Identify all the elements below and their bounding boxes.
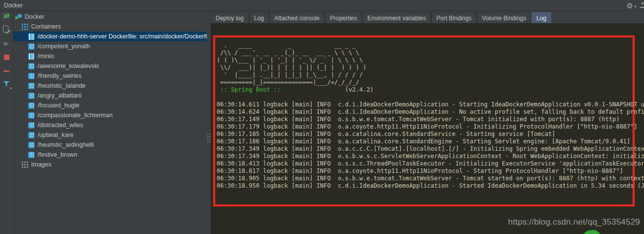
tree-item-label: /focused_hugle: [38, 102, 79, 109]
log-output-area[interactable]: . ____ _ __ _ _ /\\ / ___'_ __ _ _(_)_ _…: [211, 23, 644, 234]
container-item[interactable]: /festive_brown: [13, 150, 207, 160]
tree-item-label: /friendly_swirles: [38, 72, 81, 79]
container-item[interactable]: /competent_yonath: [13, 41, 207, 51]
container-item[interactable]: /focused_hugle: [13, 100, 207, 110]
chevron-down-icon[interactable]: ▼: [634, 5, 637, 8]
container-item[interactable]: /angry_albattani: [13, 91, 207, 100]
run-icon[interactable]: ▶: [2, 39, 11, 48]
redeploy-icon[interactable]: [2, 25, 11, 34]
container-item[interactable]: /minio: [13, 51, 207, 61]
filter-icon[interactable]: [2, 80, 11, 89]
container-stopped-icon: [28, 93, 35, 99]
containers-group-icon: [22, 24, 28, 30]
sidebar-root-docker[interactable]: Docker: [13, 12, 207, 22]
tab-bar: Deploy logLogAttached consolePropertiesE…: [211, 11, 644, 23]
tree-item-label: Containers: [31, 23, 61, 30]
container-item[interactable]: /compassionate_lichterman: [13, 110, 207, 120]
titlebar: Docker ⚙ ▼: [0, 0, 644, 11]
tree-item-label: /upbeat_kare: [38, 132, 74, 138]
images-group-icon: [22, 162, 28, 168]
container-running-icon: [28, 33, 35, 40]
tree-item-label: Docker: [25, 13, 44, 20]
container-stopped-icon: [28, 132, 35, 138]
container-stopped-icon: [28, 43, 35, 50]
docker-node-icon: [15, 14, 22, 20]
tree-item-label: /heuristic_ardinghelli: [38, 141, 94, 148]
tab-volume-bindings[interactable]: Volume Bindings: [477, 12, 531, 23]
container-stopped-icon: [28, 83, 35, 89]
tree-item-label: /compassionate_lichterman: [38, 112, 113, 119]
log-text: . ____ _ __ _ _ /\\ / ___'_ __ _ _(_)_ _…: [217, 42, 644, 190]
tab-log[interactable]: Log: [249, 12, 269, 23]
watermark-url: https://blog.csdn.net/qq_35354529: [508, 217, 640, 227]
container-stopped-icon: [28, 142, 35, 148]
container-item[interactable]: /heuristic_ardinghelli: [13, 140, 207, 150]
container-item[interactable]: /upbeat_kare: [13, 130, 207, 140]
console-panel: Deploy logLogAttached consolePropertiesE…: [211, 11, 644, 234]
tree-item-label: /heuristic_lalande: [38, 82, 85, 89]
docker-tree: DockerContainers/docker-demo-hhh-server …: [13, 11, 207, 234]
docker-tool-window: Docker ⚙ ▼ ⇄▶ DockerContainers/docker-de…: [0, 0, 644, 234]
tree-item-label: /angry_albattani: [38, 92, 81, 99]
stop-icon[interactable]: [2, 53, 11, 62]
tree-item-label: /competent_yonath: [38, 43, 90, 50]
container-item[interactable]: /friendly_swirles: [13, 71, 207, 81]
tab-environment-variables[interactable]: Environment variables: [363, 12, 431, 23]
container-item[interactable]: /docker-demo-hhh-server Dockerfile: src/…: [13, 32, 207, 41]
container-stopped-icon: [28, 102, 35, 109]
refresh-icon[interactable]: ⇄: [2, 11, 11, 20]
tree-item-label: /distracted_wiles: [38, 122, 83, 129]
container-stopped-icon: [28, 73, 35, 79]
tree-item-label: /docker-demo-hhh-server Dockerfile: src/…: [38, 33, 207, 40]
tab-properties[interactable]: Properties: [325, 12, 362, 23]
spring-boot-label: :: Spring Boot ::: [217, 86, 281, 93]
container-stopped-icon: [28, 122, 35, 129]
sidebar-group-images[interactable]: Images: [13, 160, 207, 169]
container-stopped-icon: [28, 112, 35, 119]
tab-log-selected[interactable]: Log: [531, 12, 551, 23]
tree-item-label: Images: [31, 161, 51, 168]
tree-item-label: /awesome_kowalevski: [38, 63, 99, 69]
container-stopped-icon: [28, 63, 35, 69]
container-item[interactable]: /heuristic_lalande: [13, 81, 207, 91]
hide-panel-icon[interactable]: [640, 2, 644, 9]
container-item[interactable]: /awesome_kowalevski: [13, 61, 207, 71]
window-title: Docker: [4, 2, 23, 9]
panel-splitter[interactable]: [207, 11, 211, 234]
tree-item-label: /minio: [38, 53, 54, 60]
gear-icon[interactable]: ⚙: [627, 2, 633, 9]
tab-port-bindings[interactable]: Port Bindings: [431, 12, 476, 23]
container-stopped-icon: [28, 152, 35, 158]
container-item[interactable]: /distracted_wiles: [13, 120, 207, 130]
tree-item-label: /festive_brown: [38, 151, 77, 158]
sidebar-group-containers[interactable]: Containers: [13, 22, 207, 32]
tool-strip: ⇄▶: [0, 11, 13, 234]
tab-attached-console[interactable]: Attached console: [269, 12, 325, 23]
splitter-grip-icon[interactable]: [207, 134, 210, 145]
container-running-icon: [28, 53, 35, 60]
delete-icon[interactable]: [2, 67, 11, 75]
tab-deploy-log[interactable]: Deploy log: [211, 12, 249, 23]
